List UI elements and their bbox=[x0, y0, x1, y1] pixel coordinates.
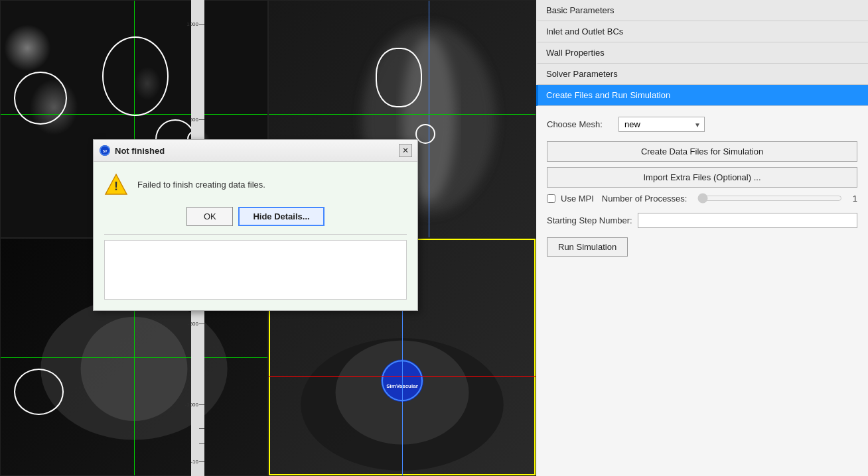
viewport-area: SimVascular 1000 500 0 -500 -1000 bbox=[0, 0, 536, 476]
right-panel: Basic Parameters Inlet and Outlet BCs Wa… bbox=[536, 0, 868, 476]
mesh-select-wrapper: new old custom ▼ bbox=[618, 117, 705, 132]
main-layout: SimVascular 1000 500 0 -500 -1000 bbox=[0, 0, 868, 476]
nav-solver-parameters[interactable]: Solver Parameters bbox=[536, 64, 868, 85]
nav-inlet-outlet-bcs[interactable]: Inlet and Outlet BCs bbox=[536, 21, 868, 42]
panel-content: Choose Mesh: new old custom ▼ Create Dat… bbox=[536, 106, 868, 476]
dialog-hide-details-button[interactable]: Hide Details... bbox=[238, 207, 324, 226]
starting-step-number-row: Starting Step Number: bbox=[547, 213, 857, 228]
svg-text:!: ! bbox=[114, 180, 118, 193]
number-of-processes-label: Number of Processes: bbox=[602, 194, 687, 204]
warning-icon: ! bbox=[104, 172, 128, 196]
starting-step-number-input[interactable] bbox=[638, 213, 857, 228]
nav-basic-parameters[interactable]: Basic Parameters bbox=[536, 0, 868, 21]
choose-mesh-row: Choose Mesh: new old custom ▼ bbox=[547, 117, 857, 132]
dialog-buttons: OK Hide Details... bbox=[104, 207, 407, 226]
dialog-message-row: ! Failed to finish creating data files. bbox=[104, 172, 407, 196]
dialog-separator bbox=[104, 234, 407, 235]
dialog-box: SV Not finished ✕ ! Failed to finis bbox=[93, 139, 418, 311]
dialog-title-text: Not finished bbox=[115, 146, 165, 156]
processes-value: 1 bbox=[853, 194, 857, 204]
import-extra-files-button[interactable]: Import Extra Files (Optional) ... bbox=[547, 167, 857, 188]
use-mpi-row: Use MPI Number of Processes: 1 bbox=[547, 193, 857, 204]
svg-text:SV: SV bbox=[103, 149, 108, 153]
simvascular-logo-icon: SV bbox=[99, 145, 111, 156]
use-mpi-checkbox[interactable] bbox=[547, 194, 555, 203]
run-simulation-button[interactable]: Run Simulation bbox=[547, 237, 628, 257]
dialog-details-box[interactable] bbox=[104, 240, 407, 300]
starting-step-number-label: Starting Step Number: bbox=[547, 215, 632, 225]
nav-create-files-run[interactable]: Create Files and Run Simulation bbox=[536, 85, 868, 106]
nav-wall-properties[interactable]: Wall Properties bbox=[536, 42, 868, 64]
dialog-titlebar: SV Not finished ✕ bbox=[94, 140, 417, 162]
mesh-select[interactable]: new old custom bbox=[618, 117, 705, 132]
dialog-title-left: SV Not finished bbox=[99, 145, 165, 156]
dialog-close-button[interactable]: ✕ bbox=[399, 144, 412, 157]
use-mpi-label: Use MPI bbox=[561, 194, 594, 204]
choose-mesh-label: Choose Mesh: bbox=[547, 119, 613, 129]
processes-slider[interactable] bbox=[697, 193, 841, 204]
dialog-message-text: Failed to finish creating data files. bbox=[137, 180, 265, 190]
create-data-files-button[interactable]: Create Data Files for Simulation bbox=[547, 141, 857, 162]
dialog-body: ! Failed to finish creating data files. … bbox=[94, 162, 417, 310]
dialog-ok-button[interactable]: OK bbox=[186, 207, 233, 226]
